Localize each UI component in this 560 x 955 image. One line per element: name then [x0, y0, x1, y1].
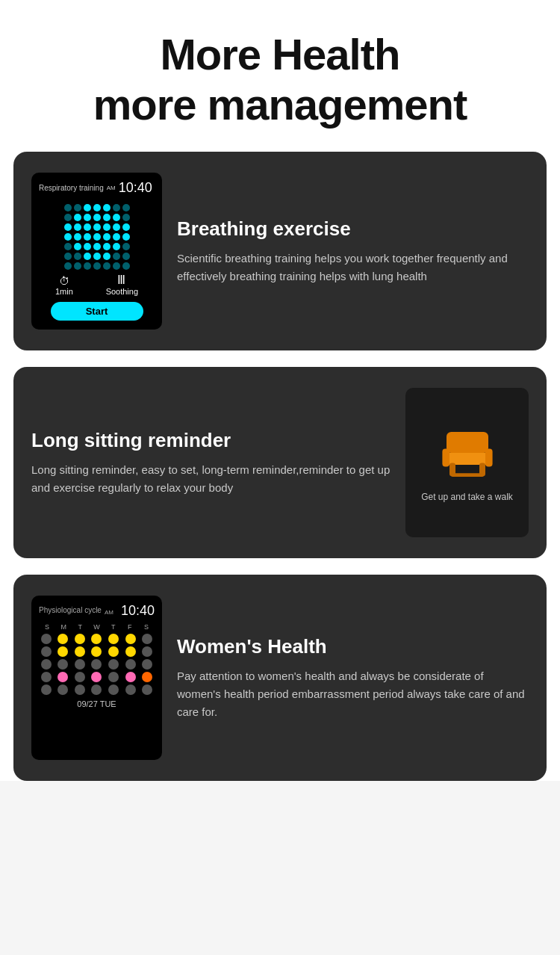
page-wrapper: More Health more management Respiratory … — [0, 0, 560, 781]
womens-title: Women's Health — [177, 635, 529, 658]
womens-watch-header: Physiological cycle AM 10:40 — [39, 603, 155, 622]
breathing-dot-animation — [64, 200, 130, 273]
breathing-watch-screen: Respiratory training AM 10:40 — [31, 173, 162, 330]
title-line2: more management — [93, 80, 467, 129]
sitting-caption: Get up and take a walk — [421, 492, 513, 502]
svg-rect-6 — [450, 474, 484, 478]
breathing-card: Respiratory training AM 10:40 — [13, 152, 547, 350]
breathing-title: Breathing exercise — [177, 217, 529, 241]
svg-rect-1 — [444, 453, 491, 465]
chair-icon — [438, 423, 497, 483]
womens-date: 09/27 TUE — [39, 699, 155, 708]
svg-rect-2 — [442, 449, 449, 467]
womens-content: Women's Health Pay attention to women's … — [177, 635, 529, 721]
svg-rect-0 — [447, 432, 488, 453]
mode-stat: Ⅲ Soothing — [106, 273, 138, 296]
watch-label: Respiratory training AM 10:40 — [39, 180, 155, 196]
womens-watch-screen: Physiological cycle AM 10:40 S M T W T F… — [31, 596, 162, 760]
title-line1: More Health — [161, 30, 400, 78]
womens-desc: Pay attention to women's health and alwa… — [177, 667, 529, 721]
watch-stats: ⏱ 1min Ⅲ Soothing — [39, 273, 155, 296]
sitting-image: Get up and take a walk — [405, 388, 529, 537]
svg-rect-3 — [485, 449, 493, 467]
timer-icon: ⏱ — [55, 275, 73, 287]
cycle-dot-grid — [39, 634, 155, 695]
cycle-day-headers: S M T W T F S — [39, 623, 155, 631]
start-button[interactable]: Start — [51, 302, 143, 321]
sitting-content: Long sitting reminder Long sitting remin… — [31, 429, 391, 497]
wave-icon: Ⅲ — [106, 273, 138, 287]
sitting-desc: Long sitting reminder, easy to set, long… — [31, 461, 391, 497]
breathing-content: Breathing exercise Scientific breathing … — [177, 217, 529, 285]
header-section: More Health more management — [0, 0, 560, 152]
sitting-title: Long sitting reminder — [31, 429, 391, 452]
breathing-desc: Scientific breathing training helps you … — [177, 250, 529, 285]
sitting-card: Long sitting reminder Long sitting remin… — [13, 367, 547, 558]
page-title: More Health more management — [15, 30, 545, 129]
duration-stat: ⏱ 1min — [55, 275, 73, 296]
womens-card: Physiological cycle AM 10:40 S M T W T F… — [13, 575, 547, 781]
